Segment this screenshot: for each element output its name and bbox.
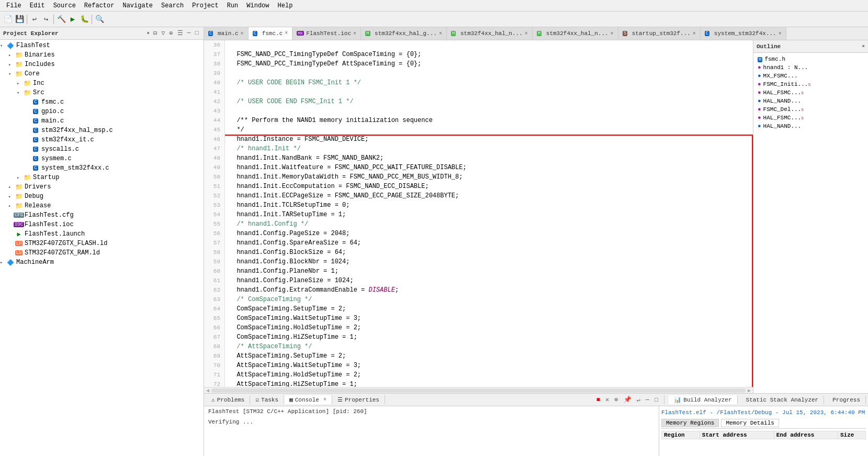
console-minimize-btn[interactable]: — [644,396,651,404]
toolbar-run[interactable]: ▶ [67,14,78,25]
tree-item-flashtest_cfg[interactable]: CFGFlashTest.cfg [0,210,204,220]
tree-item-machinearm[interactable]: ▸🔷MachineArm [0,258,204,267]
tab-memory-details[interactable]: Memory Details [721,419,779,427]
tree-item-stm32f4xx_hal_msp_c[interactable]: Cstm32f4xx_hal_msp.c [0,126,204,135]
console-word-wrap-btn[interactable]: ↵ [635,395,642,404]
editor-tab-stm32f4xx_hal_n___[interactable]: Hstm32f4xx_hal_n...× [533,27,618,40]
menu-file[interactable]: File [2,1,26,10]
tree-item-stm32f4xx_it_c[interactable]: Cstm32f4xx_it.c [0,135,204,144]
tree-item-fsmc_c[interactable]: Cfsmc.c [0,97,204,107]
tab-close-btn[interactable]: × [693,31,696,37]
toolbar-search[interactable]: 🔍 [94,14,105,25]
tree-item-core[interactable]: ▾📁Core [0,69,204,79]
outline-item[interactable]: ●hnand1 : N... [753,63,868,72]
tab-properties[interactable]: ☰ Properties [332,395,385,404]
tree-item-stm32f407_ram_ld[interactable]: LDSTM32F407ZGTX_RAM.ld [0,248,204,258]
tree-item-includes[interactable]: ▸📁Includes [0,60,204,69]
tab-close-btn[interactable]: × [353,31,356,37]
console-close-btn[interactable]: × [323,397,326,403]
tree-item-gpio_c[interactable]: Cgpio.c [0,107,204,116]
menu-navigate[interactable]: Navigate [118,1,157,10]
editor-hscrollbar[interactable]: ◀ ▶ [204,387,753,393]
tab-close-btn[interactable]: × [525,31,528,37]
console-scroll-btn[interactable]: ⊕ [613,395,619,404]
editor-tab-stm32f4xx_hal_n___[interactable]: Hstm32f4xx_hal_n...× [447,27,533,40]
toolbar-build[interactable]: 🔨 [55,14,67,25]
tab-build-analyzer[interactable]: 📊 Build Analyzer [669,395,737,404]
outline-item[interactable]: ●HAL_NAND... [753,122,868,130]
line-num-50: 50 [208,172,220,182]
tree-item-flashtest_ioc[interactable]: IOCFlashTest.ioc [0,220,204,229]
toolbar-save[interactable]: 💾 [14,14,25,25]
tree-item-main_c[interactable]: Cmain.c [0,116,204,126]
menu-source[interactable]: Source [49,1,80,10]
outline-item[interactable]: ●HAL_FSMC...S [753,114,868,122]
tree-item-drivers[interactable]: ▸📁Drivers [0,182,204,192]
toolbar-undo[interactable]: ↩ [29,14,40,25]
tree-item-src[interactable]: ▾📁Src [0,88,204,97]
outline-label: HAL_NAND... [763,123,802,129]
tree-item-inc[interactable]: ▸📁Inc [0,79,204,88]
tab-console[interactable]: ▦ Console × [284,395,332,404]
tree-item-binaries[interactable]: ▸📁Binaries [0,50,204,60]
line-num-62: 62 [208,285,220,295]
menu-edit[interactable]: Edit [26,1,49,10]
menu-refactor[interactable]: Refactor [80,1,119,10]
sidebar-collapse-btn[interactable]: ⊟ [152,29,159,38]
sidebar-link-btn[interactable]: ⊕ [167,29,174,38]
code-lines[interactable]: FSMC_NAND_PCC_TimingTypeDef ComSpaceTimi… [225,40,753,387]
tree-item-startup[interactable]: ▸📁Startup [0,173,204,182]
outline-item[interactable]: ●MX_FSMC... [753,72,868,80]
tree-item-syscalls_c[interactable]: Csyscalls.c [0,144,204,154]
toolbar-redo[interactable]: ↪ [40,14,52,25]
editor-tab-system_stm32f4x___[interactable]: Csystem_stm32f4x...× [701,27,786,40]
tree-item-debug[interactable]: ▸📁Debug [0,192,204,201]
menu-project[interactable]: Project [188,1,222,10]
outline-item[interactable]: ●HAL_NAND... [753,97,868,105]
editor-tab-FlashTest_ioc[interactable]: MXFlashTest.ioc× [292,27,361,40]
sidebar-filter-btn[interactable]: ▽ [160,29,166,38]
tab-static-stack[interactable]: Static Stack Analyzer [741,396,825,404]
outline-item[interactable]: ●FSMC_Initi...S [753,80,868,88]
console-maximize-btn[interactable]: □ [653,396,660,404]
console-clear-btn[interactable]: ✕ [604,395,611,404]
tree-item-system_stm32f4xx_c[interactable]: Csystem_stm32f4xx.c [0,163,204,173]
tree-item-flashtest_launch[interactable]: ▶FlashTest.launch [0,229,204,239]
toolbar-debug[interactable]: 🐛 [78,14,90,25]
tree-icon: 📁 [23,173,31,182]
tab-problems[interactable]: ⚠ Problems [206,395,250,404]
toolbar-new[interactable]: 📄 [2,14,14,25]
tab-tasks[interactable]: ☑ Tasks [250,395,284,404]
tab-close-btn[interactable]: × [611,31,614,37]
code-line-36 [229,40,749,50]
editor-tab-main_c[interactable]: Cmain.c× [204,27,249,40]
editor-tab-stm32f4xx_hal_g___[interactable]: Hstm32f4xx_hal_g...× [361,27,447,40]
menu-run[interactable]: Run [223,1,243,10]
tab-close-btn[interactable]: × [779,31,782,37]
console-stop-btn[interactable]: ■ [595,396,602,404]
tree-item-stm32f407_flash_ld[interactable]: LDSTM32F407ZGTX_FLASH.ld [0,239,204,248]
tab-close-btn[interactable]: × [241,31,244,37]
editor-tab-fsmc_c[interactable]: Cfsmc.c× [249,27,293,40]
outline-close-btn[interactable]: × [862,44,865,49]
editor-tab-startup_stm32f___[interactable]: Sstartup_stm32f...× [618,27,701,40]
tree-item-flashtest[interactable]: ▾🔷FlashTest [0,41,204,50]
sidebar-menu-btn[interactable]: ☰ [176,29,185,38]
sidebar-collapse-icon[interactable]: × [146,31,149,36]
tree-item-sysmem_c[interactable]: Csysmem.c [0,154,204,163]
outline-item[interactable]: Hfsmc.h [753,55,868,63]
sidebar-maximize-btn[interactable]: □ [194,29,200,38]
console-pin-btn[interactable]: 📌 [622,395,633,404]
tab-progress[interactable]: Progress [827,396,866,404]
outline-item[interactable]: ●FSMC_Del...S [753,105,868,114]
tree-item-release[interactable]: ▸📁Release [0,201,204,210]
tab-close-btn[interactable]: × [439,31,442,37]
menu-window[interactable]: Window [242,1,273,10]
menu-help[interactable]: Help [274,1,297,10]
outline-item[interactable]: ●HAL_FSMC...S [753,88,868,97]
code-editor[interactable]: 3637383940414243444546474849505152535455… [204,40,753,387]
sidebar-minimize-btn[interactable]: — [186,29,193,38]
tab-close-btn[interactable]: × [285,30,288,36]
tab-memory-regions[interactable]: Memory Regions [661,419,719,427]
menu-search[interactable]: Search [157,1,188,10]
